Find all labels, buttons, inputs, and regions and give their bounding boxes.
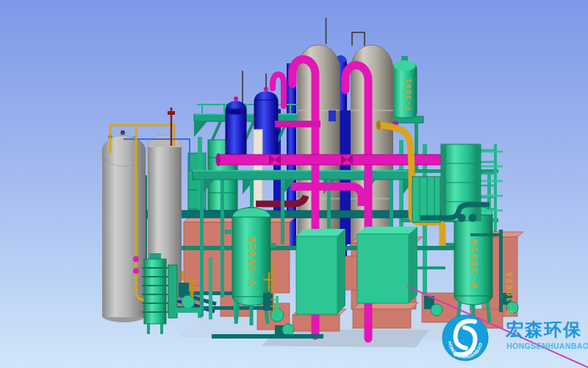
label-t3001: T-3001	[404, 77, 413, 111]
logo-name-en: HONGSENHUANBAO	[506, 342, 588, 350]
label-v3002b: V-3002B	[246, 235, 257, 286]
company-logo: HONGSENHUANBAO 宏森环保 HONGSENHUANBAO	[442, 315, 588, 361]
plant-model-canvas: T-3001	[0, 0, 588, 368]
green-tank-1	[296, 229, 345, 314]
label-b3002a: B-3002A	[505, 271, 514, 315]
plant-3d-render: T-3001	[0, 0, 588, 368]
logo-name-cn: 宏森环保	[505, 319, 582, 339]
label-v3002a: V-3002A	[468, 238, 479, 289]
green-tank-2	[357, 227, 417, 303]
vessel-v3002a: V-3002A	[454, 205, 492, 324]
